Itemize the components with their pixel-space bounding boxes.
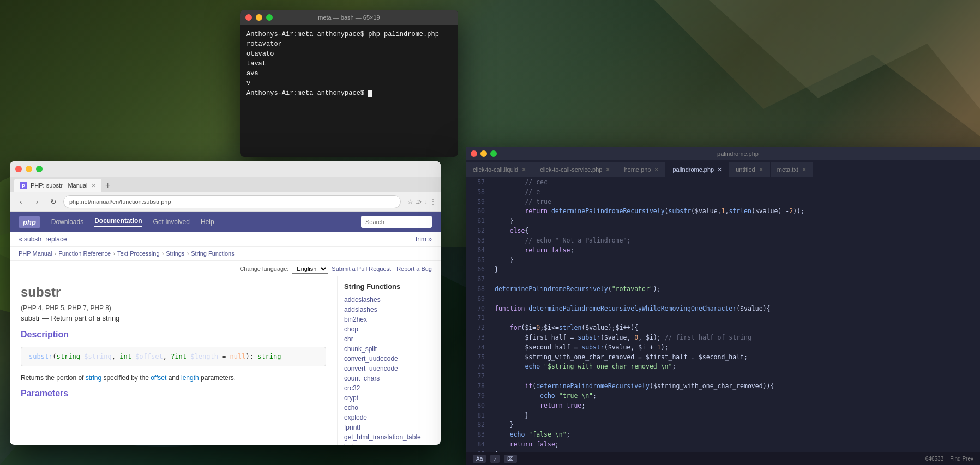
breadcrumb-strings[interactable]: Strings: [166, 250, 184, 257]
nav-icon-3[interactable]: ↓: [424, 198, 428, 206]
line-num-72: 72: [466, 323, 485, 333]
browser-tab[interactable]: p PHP: substr - Manual ✕: [14, 179, 101, 192]
sidebar-addslashes[interactable]: addslashes: [344, 305, 434, 315]
line-num-64: 64: [466, 246, 485, 256]
code-line-75: $string_with_one_char_removed = $first_h…: [495, 353, 980, 363]
line-num-70: 70: [466, 304, 485, 314]
statusbar-position: 646533: [925, 456, 943, 462]
line-num-81: 81: [466, 411, 485, 421]
submit-pr-link[interactable]: Submit a Pull Request: [332, 265, 391, 272]
line-num-65: 65: [466, 256, 485, 265]
line-num-59: 59: [466, 197, 485, 207]
nav-icon-2[interactable]: ⌮: [416, 198, 422, 206]
returns-strong-length: length: [181, 374, 199, 382]
terminal-output-line-2: otavato: [246, 49, 452, 59]
code-line-70: function determinePalindromeRecursivelyW…: [495, 304, 980, 314]
sidebar-chop[interactable]: chop: [344, 324, 434, 334]
sidebar-crc32[interactable]: crc32: [344, 383, 434, 393]
statusbar-left: Aa ♪ ⌧: [473, 455, 517, 463]
next-link[interactable]: trim »: [416, 235, 432, 243]
terminal-title: meta — bash — 65×19: [318, 14, 380, 21]
sidebar-crypt[interactable]: crypt: [344, 393, 434, 403]
breadcrumb-php-manual[interactable]: PHP Manual: [19, 250, 52, 257]
terminal-close-btn[interactable]: [245, 14, 252, 21]
browser-titlebar: [10, 161, 441, 177]
sidebar-addcslashes[interactable]: addcslashes: [344, 295, 434, 305]
tab-close-meta[interactable]: ✕: [802, 166, 807, 173]
address-bar[interactable]: php.net/manual/en/function.substr.php: [63, 195, 401, 208]
sidebar-fprintf[interactable]: fprintf: [344, 422, 434, 432]
nav-help[interactable]: Help: [201, 218, 214, 226]
code-line-68: determinePalindromeRecursively("rotavato…: [495, 285, 980, 294]
tab-close-service[interactable]: ✕: [605, 166, 610, 173]
tab-close-liquid[interactable]: ✕: [521, 166, 526, 173]
terminal-minimize-btn[interactable]: [256, 14, 262, 21]
line-num-60: 60: [466, 207, 485, 216]
reload-button[interactable]: ↻: [47, 195, 60, 208]
url-text: php.net/manual/en/function.substr.php: [69, 198, 171, 205]
returns-strong-string: string: [86, 374, 101, 382]
sidebar-bin2hex[interactable]: bin2hex: [344, 315, 434, 324]
statusbar-aa[interactable]: Aa: [473, 455, 486, 463]
browser-close-btn[interactable]: [15, 166, 22, 172]
sidebar-convert-uudecode[interactable]: convert_uudecode: [344, 354, 434, 364]
breadcrumb-function-reference[interactable]: Function Reference: [58, 250, 111, 257]
prev-link[interactable]: « substr_replace: [19, 235, 67, 243]
sidebar-get-html[interactable]: get_html_translation_table: [344, 432, 434, 442]
tab-palindrome-php[interactable]: palindrome.php ✕: [666, 162, 729, 177]
code-line-72: for($i=0;$i<=strlen($value);$i++){: [495, 323, 980, 333]
tab-meta-txt[interactable]: meta.txt ✕: [771, 162, 814, 177]
tab-close-palindrome[interactable]: ✕: [717, 166, 722, 173]
sidebar-chunk-split[interactable]: chunk_split: [344, 344, 434, 354]
editor-tabs: click-to-call.liquid ✕ click-to-call-ser…: [466, 160, 980, 177]
editor-minimize-btn[interactable]: [480, 150, 487, 157]
nav-documentation[interactable]: Documentation: [94, 217, 142, 227]
code-line-62: else{: [495, 226, 980, 236]
code-line-59: // true: [495, 197, 980, 207]
line-num-71: 71: [466, 313, 485, 323]
breadcrumb-string-functions[interactable]: String Functions: [191, 250, 234, 257]
tab-close-untitled[interactable]: ✕: [759, 166, 763, 173]
find-prev-btn[interactable]: Find Prev: [950, 456, 973, 462]
browser-nav: ‹ › ↻ php.net/manual/en/function.substr.…: [10, 192, 441, 212]
new-tab-button[interactable]: +: [101, 179, 115, 192]
bookmark-icon[interactable]: ☆: [407, 198, 413, 206]
code-area[interactable]: // cec // e // true return determinePali…: [489, 177, 980, 452]
browser-maximize-btn[interactable]: [36, 166, 43, 172]
code-line-80: return true;: [495, 401, 980, 411]
tab-close-home[interactable]: ✕: [654, 166, 659, 173]
browser-minimize-btn[interactable]: [26, 166, 32, 172]
tab-home-php[interactable]: home.php ✕: [617, 162, 666, 177]
code-line-77: [495, 372, 980, 382]
terminal-maximize-btn[interactable]: [266, 14, 273, 21]
report-bug-link[interactable]: Report a Bug: [396, 265, 432, 272]
nav-icons: ☆ ⌮ ↓ ⋮: [407, 198, 436, 206]
sidebar-echo[interactable]: echo: [344, 403, 434, 413]
tab-click-to-call-liquid[interactable]: click-to-call.liquid ✕: [466, 162, 533, 177]
tab-untitled[interactable]: untitled ✕: [729, 162, 770, 177]
code-line-73: $first_half = substr($value, 0, $i); // …: [495, 333, 980, 343]
sidebar-chr[interactable]: chr: [344, 334, 434, 344]
forward-button[interactable]: ›: [31, 195, 44, 208]
editor-close-btn[interactable]: [471, 150, 477, 157]
back-button[interactable]: ‹: [14, 195, 27, 208]
nav-downloads[interactable]: Downloads: [51, 218, 83, 226]
statusbar-caret[interactable]: ⌧: [504, 455, 517, 463]
line-num-82: 82: [466, 420, 485, 430]
tab-close-btn[interactable]: ✕: [91, 182, 96, 189]
language-select[interactable]: English: [292, 264, 328, 274]
tab-click-to-call-service[interactable]: click-to-call-service.php ✕: [533, 162, 617, 177]
php-search-input[interactable]: [361, 216, 432, 228]
line-num-62: 62: [466, 226, 485, 236]
editor-maximize-btn[interactable]: [490, 150, 497, 157]
breadcrumb-text-processing[interactable]: Text Processing: [117, 250, 160, 257]
more-icon[interactable]: ⋮: [430, 198, 436, 206]
sidebar-convert-uuencode[interactable]: convert_uuencode: [344, 364, 434, 373]
string-functions-sidebar: String Functions addcslashes addslashes …: [337, 276, 441, 445]
sidebar-count-chars[interactable]: count_chars: [344, 373, 434, 383]
sidebar-hebrev[interactable]: hebrev: [344, 442, 434, 445]
editor-body[interactable]: 5758596061626364656667686970717273747576…: [466, 177, 980, 452]
sidebar-explode[interactable]: explode: [344, 413, 434, 422]
statusbar-music[interactable]: ♪: [490, 455, 500, 463]
nav-get-involved[interactable]: Get Involved: [153, 218, 190, 226]
